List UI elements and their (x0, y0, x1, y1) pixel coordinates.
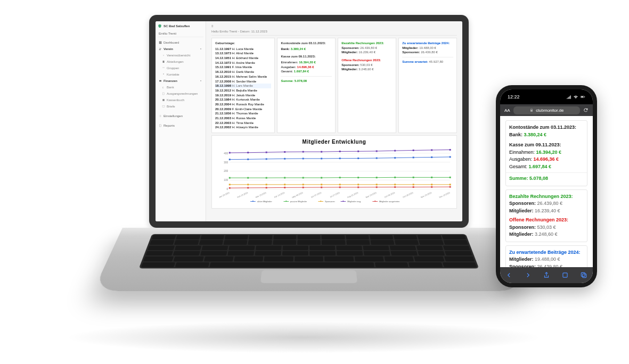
svg-text:Mitglieder insg.: Mitglieder insg. (347, 201, 361, 203)
svg-text:200: 200 (224, 170, 228, 173)
chevron-down-icon (199, 47, 202, 51)
birthday-row: 14.12.1951 H. Eckhard Mantle (215, 56, 271, 61)
svg-rect-33 (394, 157, 396, 159)
bookmarks-icon[interactable] (561, 271, 569, 279)
svg-text:100: 100 (224, 179, 228, 181)
forward-icon[interactable] (524, 271, 532, 279)
phone-card-erwartet: Zu erwartetende Beiträge 2024: Mitgliede… (505, 245, 587, 268)
tabs-icon[interactable] (580, 271, 587, 279)
svg-rect-48 (431, 177, 432, 178)
report-icon (159, 124, 162, 127)
greeting-text: Hallo Emilio Trenti - Datum: 11.12.2023 (211, 30, 457, 36)
svg-rect-80 (303, 187, 304, 188)
nav-kassenbuch[interactable]: Kassenbuch (158, 97, 203, 103)
svg-rect-69 (339, 151, 341, 152)
refresh-icon[interactable] (583, 107, 589, 113)
svg-rect-44 (357, 177, 359, 178)
nav-finanzen[interactable]: Finanzen (158, 78, 203, 84)
svg-rect-35 (431, 156, 432, 158)
svg-rect-11 (162, 106, 165, 107)
svg-text:400: 400 (224, 152, 228, 155)
svg-point-6 (163, 73, 164, 75)
svg-rect-118 (581, 96, 583, 97)
svg-rect-3 (163, 61, 165, 63)
nav-verein-label: Verein (164, 47, 173, 51)
svg-rect-41 (303, 177, 304, 179)
nav-briefe[interactable]: Briefe (158, 103, 203, 110)
svg-rect-30 (339, 158, 341, 159)
svg-text:Oct 08 2023: Oct 08 2023 (384, 191, 395, 198)
svg-rect-56 (339, 184, 341, 185)
eye-icon (162, 54, 165, 57)
svg-rect-27 (284, 158, 285, 160)
lock-icon (529, 108, 534, 112)
contact-icon (162, 73, 165, 76)
svg-rect-68 (321, 151, 322, 153)
text-size-icon[interactable]: AA (504, 108, 510, 113)
svg-rect-76 (229, 187, 231, 189)
svg-point-12 (160, 115, 161, 117)
birthday-row: 13.12.1973 H. Alind Mantle (215, 51, 271, 56)
phone-card-rechnungen: Bezahlte Rechnungen 2023: Sponsoren: 26.… (505, 189, 587, 242)
svg-rect-28 (303, 158, 304, 160)
svg-rect-29 (321, 158, 322, 160)
svg-rect-65 (266, 152, 267, 153)
svg-rect-86 (413, 186, 414, 188)
svg-text:Sep 19 2023: Sep 19 2023 (365, 191, 377, 198)
nav-reports[interactable]: Reports (158, 122, 203, 129)
svg-rect-39 (266, 177, 267, 179)
phone-card-konto: Kontostände zum 03.11.2023: Bank: 3.380,… (505, 120, 587, 186)
nav-verein[interactable]: Verein (158, 46, 203, 52)
svg-text:300: 300 (224, 161, 228, 164)
birthday-row: 15.12.1991 F. Irina Mantle (215, 65, 271, 70)
shield-icon (158, 24, 162, 28)
gear-icon (159, 114, 162, 118)
book-icon (162, 98, 165, 102)
nav-ausgangsrechnungen[interactable]: Ausgangsrechnungen (158, 90, 203, 97)
url-field[interactable]: clubmonitor.de (513, 106, 580, 114)
letter-icon (162, 105, 165, 108)
svg-point-0 (160, 48, 161, 49)
svg-rect-73 (413, 150, 414, 151)
nav-abteilungen[interactable]: Abteilungen (158, 59, 203, 65)
svg-rect-84 (376, 186, 378, 188)
svg-rect-115 (374, 201, 375, 202)
nav-dashboard[interactable]: Dashboard (158, 39, 203, 46)
dashboard-icon (159, 41, 162, 44)
svg-rect-45 (376, 177, 378, 178)
nav-dashboard-label: Dashboard (164, 41, 179, 44)
euro-icon: € (162, 86, 165, 89)
svg-rect-87 (431, 186, 432, 188)
back-icon[interactable] (505, 271, 513, 279)
nav-bank[interactable]: €Bank (158, 84, 203, 90)
birthdays-title: Geburtstage: (215, 41, 271, 46)
building-icon (162, 60, 165, 63)
svg-text:Jul 27 2023: Jul 27 2023 (329, 191, 340, 198)
svg-point-1 (160, 48, 161, 49)
svg-text:Sponsoren: Sponsoren (325, 201, 335, 203)
svg-text:Dec 10 2023: Dec 10 2023 (439, 191, 451, 198)
svg-text:Apr 14 2023: Apr 14 2023 (274, 191, 285, 198)
svg-rect-78 (266, 187, 267, 188)
nav-vereinsuebersicht[interactable]: Vereinsübersicht (158, 52, 203, 59)
svg-rect-64 (247, 152, 249, 153)
svg-rect-79 (284, 187, 285, 188)
app-window: SC Bad Salzuflen Emilio Trenti Dashboard… (156, 21, 462, 221)
svg-rect-122 (582, 274, 586, 278)
svg-rect-34 (413, 157, 414, 159)
svg-rect-82 (339, 186, 341, 188)
svg-rect-53 (284, 184, 285, 185)
hamburger-button[interactable]: ≡ (211, 24, 457, 30)
svg-rect-121 (581, 272, 585, 276)
laptop-base (93, 228, 525, 291)
svg-rect-9 (163, 93, 165, 95)
birthday-row: 20.12.2004 H. Ronack Roy Mantle (215, 102, 271, 107)
birthday-row: 22.12.2003 H. Tima Mantle (215, 121, 271, 126)
nav-einstellungen[interactable]: Einstellungen (158, 113, 203, 119)
svg-rect-61 (431, 184, 432, 185)
svg-rect-36 (450, 156, 451, 158)
svg-rect-55 (321, 184, 322, 185)
share-icon[interactable] (543, 271, 550, 279)
nav-kontakte[interactable]: Kontakte (158, 71, 203, 78)
nav-gruppen[interactable]: Gruppen (158, 65, 203, 71)
